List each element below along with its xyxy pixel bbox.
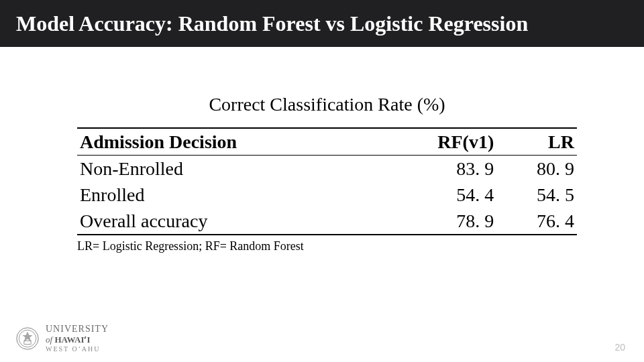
row-label: Enrolled <box>77 182 381 208</box>
row-lr-value: 80. 9 <box>496 156 577 182</box>
brand-line2: of HAWAIʻI <box>46 335 109 344</box>
brand-name: HAWAIʻI <box>54 335 90 345</box>
table-row: Enrolled 54. 4 54. 5 <box>77 182 577 208</box>
footer-brand: UNIVERSITY of HAWAIʻI WEST OʻAHU <box>16 324 109 353</box>
slide-title: Model Accuracy: Random Forest vs Logisti… <box>16 11 528 36</box>
col-header-decision: Admission Decision <box>77 128 381 156</box>
col-header-rf: RF(v1) <box>381 128 496 156</box>
row-rf-value: 54. 4 <box>381 182 496 208</box>
svg-rect-2 <box>24 341 31 344</box>
col-header-lr: LR <box>496 128 577 156</box>
row-lr-value: 76. 4 <box>496 208 577 235</box>
content-area: Correct Classification Rate (%) Admissio… <box>0 47 644 253</box>
page-number: 20 <box>614 342 625 353</box>
row-label: Non-Enrolled <box>77 156 381 182</box>
table-footnote: LR= Logistic Regression; RF= Random Fore… <box>77 239 577 253</box>
table-row: Overall accuracy 78. 9 76. 4 <box>77 208 577 235</box>
table-row: Non-Enrolled 83. 9 80. 9 <box>77 156 577 182</box>
row-rf-value: 78. 9 <box>381 208 496 235</box>
brand-line1: UNIVERSITY <box>46 324 109 334</box>
accuracy-table: Admission Decision RF(v1) LR Non-Enrolle… <box>77 127 577 235</box>
university-seal-icon <box>16 327 39 350</box>
row-rf-value: 83. 9 <box>381 156 496 182</box>
table-caption: Correct Classification Rate (%) <box>77 94 577 115</box>
row-lr-value: 54. 5 <box>496 182 577 208</box>
brand-of: of <box>46 335 52 345</box>
brand-text: UNIVERSITY of HAWAIʻI WEST OʻAHU <box>46 324 109 353</box>
title-bar: Model Accuracy: Random Forest vs Logisti… <box>0 0 644 47</box>
row-label: Overall accuracy <box>77 208 381 235</box>
table-header-row: Admission Decision RF(v1) LR <box>77 128 577 156</box>
brand-line3: WEST OʻAHU <box>46 346 109 353</box>
